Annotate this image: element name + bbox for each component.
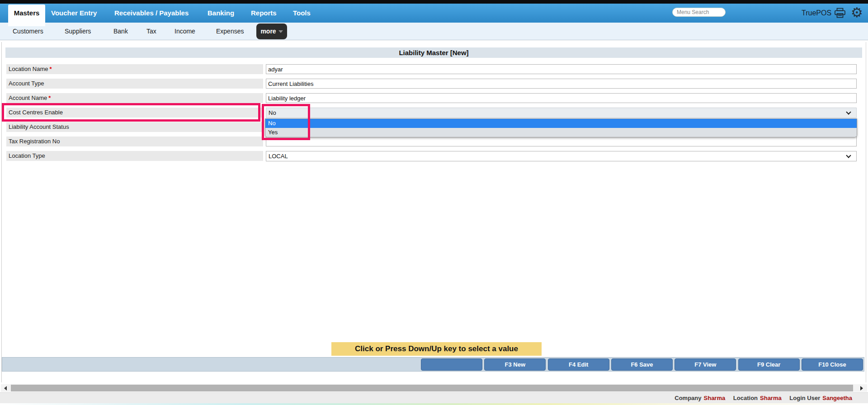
field-label-cost-centres-enable: Cost Centres Enable (6, 108, 263, 118)
dropdown-option-no[interactable]: No (265, 119, 857, 128)
label-text: Tax Registration No (9, 138, 60, 145)
company-value: Sharma (704, 395, 726, 401)
f3-new-button[interactable]: F3 New (484, 358, 546, 371)
hint-tooltip: Click or Press Down/Up key to select a v… (331, 342, 542, 356)
subnav-item-expenses[interactable]: Expenses (216, 23, 244, 40)
more-menu-button[interactable]: more (256, 24, 287, 39)
menu-search-input[interactable] (672, 8, 726, 17)
company-label: Company (675, 395, 701, 401)
scroll-right-icon[interactable] (860, 386, 863, 391)
login-user-value: Sangeetha (822, 395, 852, 401)
tab-masters[interactable]: Masters (8, 5, 45, 26)
app-window: Masters Voucher Entry Receivables / Paya… (0, 0, 868, 405)
form-row: Account Name* (0, 93, 868, 103)
required-asterisk: * (48, 94, 51, 101)
required-asterisk: * (49, 66, 52, 72)
select-value: LOCAL (269, 153, 288, 160)
f7-view-button[interactable]: F7 View (675, 358, 736, 371)
bottom-toolbar: F3 New F4 Edit F6 Save F7 View F9 Clear … (2, 357, 864, 372)
form-row: Location Type LOCAL (0, 151, 868, 161)
chevron-down-icon (846, 153, 851, 158)
tab-tools[interactable]: Tools (293, 4, 311, 23)
f4-edit-button[interactable]: F4 Edit (548, 358, 609, 371)
field-label-location-name: Location Name* (6, 64, 263, 74)
subnav-item-bank[interactable]: Bank (113, 23, 128, 40)
tax-registration-no-field[interactable] (266, 137, 857, 146)
cost-centres-dropdown-list: No Yes (265, 118, 857, 137)
location-name-field[interactable] (266, 64, 857, 74)
scroll-left-icon[interactable] (4, 386, 7, 391)
f9-clear-button[interactable]: F9 Clear (738, 358, 800, 371)
brand-logo: TruePOS (802, 4, 831, 23)
tab-reports[interactable]: Reports (251, 4, 277, 23)
horizontal-scrollbar[interactable] (1, 384, 867, 392)
blank-button[interactable] (421, 358, 482, 371)
status-bar: CompanySharma LocationSharma Login UserS… (0, 392, 868, 403)
label-text: Location Type (9, 152, 45, 159)
top-black-strip (0, 0, 868, 4)
chevron-down-icon (846, 109, 851, 114)
cost-centres-enable-select[interactable]: No (266, 108, 857, 118)
tab-receivables-payables[interactable]: Receivables / Payables (114, 4, 189, 23)
account-name-field[interactable] (266, 93, 857, 103)
bottom-gradient-strip (0, 403, 868, 405)
chevron-down-icon (278, 30, 283, 33)
form-row: Location Name* (0, 64, 868, 74)
field-label-account-type: Account Type (6, 79, 263, 89)
print-icon[interactable] (834, 8, 846, 19)
tab-banking[interactable]: Banking (208, 4, 234, 23)
location-type-select[interactable]: LOCAL (266, 151, 857, 161)
label-text: Location Name (9, 66, 48, 72)
dropdown-option-yes[interactable]: Yes (265, 128, 857, 137)
form-row: Tax Registration No (0, 137, 868, 146)
main-nav: Masters Voucher Entry Receivables / Paya… (0, 4, 868, 23)
page-title: Liability Master [New] (5, 47, 862, 58)
f6-save-button[interactable]: F6 Save (611, 358, 673, 371)
subnav-item-suppliers[interactable]: Suppliers (65, 23, 91, 40)
tab-voucher-entry[interactable]: Voucher Entry (51, 4, 97, 23)
settings-gear-icon[interactable]: ⚙ (851, 3, 863, 23)
label-text: Liability Account Status (9, 123, 69, 130)
login-user-label: Login User (789, 395, 820, 401)
field-label-liability-account-status: Liability Account Status (6, 122, 263, 132)
scrollbar-thumb[interactable] (11, 385, 853, 391)
subnav-item-income[interactable]: Income (175, 23, 195, 40)
location-label: Location (733, 395, 758, 401)
subnav-item-tax[interactable]: Tax (146, 23, 156, 40)
field-label-account-name: Account Name* (6, 93, 263, 103)
more-label: more (260, 28, 276, 35)
location-value: Sharma (760, 395, 782, 401)
form-row: Account Type (0, 79, 868, 89)
label-text: Account Name (9, 94, 47, 101)
account-type-field[interactable] (266, 79, 857, 89)
toolbar-buttons: F3 New F4 Edit F6 Save F7 View F9 Clear … (421, 358, 863, 371)
select-value: No (269, 109, 276, 116)
form-row: Cost Centres Enable No (0, 108, 868, 118)
label-text: Account Type (9, 80, 44, 87)
label-text: Cost Centres Enable (9, 109, 63, 116)
field-label-location-type: Location Type (6, 151, 263, 161)
sub-nav: Customers Suppliers Bank Tax Income Expe… (0, 23, 868, 40)
f10-close-button[interactable]: F10 Close (802, 358, 863, 371)
field-label-tax-registration-no: Tax Registration No (6, 137, 263, 146)
